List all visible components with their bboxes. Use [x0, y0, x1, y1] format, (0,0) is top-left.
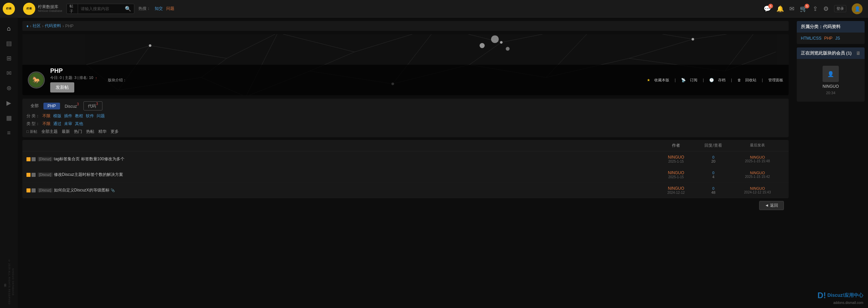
site-link[interactable]: 回收站 — [745, 78, 756, 83]
hot-link-zhijiao[interactable]: 知交 — [155, 6, 163, 12]
sidebar-item-badge[interactable]: ⊛ — [0, 81, 18, 96]
thread-title-2[interactable]: 修改Discuz主题时标签个数的解决方案 — [54, 172, 656, 178]
discuz-app-text: Discuz!应用中心 — [827, 292, 863, 299]
category-link-htmlcss[interactable]: HTML/CSS — [801, 36, 822, 41]
breadcrumb-sep1: › — [30, 24, 31, 28]
filter-type-passed[interactable]: 通过 — [53, 121, 61, 127]
thread-author-3: NINGUO 2024-12-12 — [656, 186, 696, 194]
mail-icon: ✉ — [789, 5, 794, 13]
author-link-3[interactable]: NINGUO — [656, 186, 696, 191]
share-icon: ⇪ — [813, 5, 818, 13]
logo[interactable]: 柠果 — [0, 0, 18, 18]
new-checkbox[interactable]: □ 新帖 — [26, 129, 37, 134]
author-link-1[interactable]: NINGUO — [656, 155, 696, 160]
thread-status-icons-3 — [26, 188, 36, 192]
filter-cat-unlimited[interactable]: 不限 — [42, 113, 51, 119]
nav-gear-button[interactable]: ⚙ — [823, 5, 829, 13]
thread-status-icons-2 — [26, 173, 36, 177]
last-author-3[interactable]: NINGUO — [730, 186, 785, 190]
breadcrumb-community[interactable]: 社区 — [33, 23, 41, 29]
thread-title-3[interactable]: 如何自定义DiscuzX的等级图标 📎 — [54, 187, 656, 193]
thread-pin-icon-3 — [26, 188, 31, 192]
nav-avatar[interactable]: 👤 — [852, 3, 863, 14]
right-sidebar: 所属分类：代码资料 HTML/CSS PHP JS 正在浏览此版块的会员 (1)… — [793, 18, 868, 308]
collect-link[interactable]: 收藏本版 — [654, 78, 669, 83]
tab-php[interactable]: PHP — [43, 103, 60, 109]
category-link-php[interactable]: PHP — [824, 36, 833, 41]
tab-row: 全部 PHP Discuz3 代码3 — [26, 101, 785, 110]
nav-share-button[interactable]: ⇪ — [813, 5, 818, 13]
sidebar-item-message[interactable]: ✉ — [0, 66, 18, 81]
table-row: [Discuz] tag标签集合页 标签数量100修改为多个 NINGUO 20… — [22, 151, 789, 167]
nav-icons: 💬 5 🔔 ✉ 🛒 5 ⇪ ⚙ 登录 👤 — [764, 3, 863, 14]
col-replies-header: 回复/查看 — [696, 143, 730, 148]
nav-notify-button[interactable]: 🔔 — [776, 5, 784, 13]
sidebar-item-settings[interactable]: ≡ — [0, 125, 18, 140]
monitor-icon[interactable]: 🖥 — [856, 50, 861, 56]
post-new-button[interactable]: 发新帖 — [50, 82, 74, 93]
subtab-hotpost[interactable]: 热帖 — [86, 129, 94, 135]
sidebar-item-forum[interactable]: ▤ — [0, 36, 18, 51]
col-author-header: 作者 — [656, 143, 696, 148]
filter-type-other[interactable]: 其他 — [75, 121, 83, 127]
last-author-2[interactable]: NINGUO — [730, 171, 785, 175]
main-area: 柠果 柠果数据库 NinGuo Database 帖子 🔍 热搜： 知交 问题 … — [18, 0, 868, 308]
subtab-featured[interactable]: 精华 — [98, 129, 107, 135]
discuz-logo: D! Discuz!应用中心 — [817, 291, 863, 300]
archive-link[interactable]: 存档 — [718, 78, 726, 83]
filter-cat-plugin[interactable]: 插件 — [64, 113, 72, 119]
subtab-hot[interactable]: 热门 — [74, 129, 82, 135]
author-date-3: 2024-12-12 — [656, 191, 696, 194]
search-button[interactable]: 🔍 — [125, 6, 131, 12]
search-bar: 帖子 🔍 — [66, 4, 134, 14]
online-members-body: 👤 NINGUO 20:34 — [797, 59, 865, 102]
filter-cat-software[interactable]: 软件 — [86, 113, 94, 119]
filter-type-unlimited[interactable]: 不限 — [42, 121, 51, 127]
nav-mail-button[interactable]: ✉ — [789, 5, 794, 13]
nav-chat-button[interactable]: 💬 5 — [764, 5, 771, 13]
category-filter-label: 分 类： — [26, 113, 40, 119]
filter-type-pending[interactable]: 未审 — [64, 121, 72, 127]
online-member-item: 👤 NINGUO 20:34 — [801, 62, 861, 98]
subtab-more[interactable]: 更多 — [111, 129, 119, 135]
forum-stats: 今日: 0 | 主题: 3 | 排名: 10 ↑ — [50, 75, 97, 80]
thread-type-icon-3 — [32, 188, 36, 192]
thread-replies-2: 0 4 — [696, 171, 730, 179]
sidebar-item-video[interactable]: ▶ — [0, 96, 18, 110]
breadcrumb-category[interactable]: 代码资料 — [45, 23, 61, 29]
filter-cat-template[interactable]: 模版 — [53, 113, 61, 119]
sidebar-item-home[interactable]: ⌂ — [0, 21, 18, 36]
nav-user-button[interactable]: 登录 — [834, 5, 846, 12]
subscribe-link[interactable]: 订阅 — [690, 78, 697, 83]
tab-code[interactable]: 代码3 — [83, 101, 102, 110]
last-author-1[interactable]: NINGUO — [730, 155, 785, 159]
thread-title-1[interactable]: tag标签集合页 标签数量100修改为多个 — [54, 156, 656, 162]
sidebar-item-group[interactable]: ⊞ — [0, 51, 18, 66]
filter-cat-tutorial[interactable]: 教程 — [75, 113, 83, 119]
tab-all[interactable]: 全部 — [26, 102, 43, 110]
tab-discuz[interactable]: Discuz3 — [61, 102, 83, 110]
search-input[interactable] — [81, 6, 125, 11]
category-card-title: 所属分类：代码资料 — [801, 24, 841, 30]
discuz-d-icon: D! — [817, 291, 826, 300]
filter-cat-question[interactable]: 问题 — [97, 113, 105, 119]
forum-actions: ★ 收藏本版 ｜ 📡 订阅 ｜ 🕐 存档 ｜ 🗑 回收站 ｜ 管理面板 — [647, 78, 783, 83]
subtab-latest[interactable]: 最新 — [62, 129, 70, 135]
breadcrumb-home[interactable]: ♦ — [26, 24, 28, 28]
sidebar-item-chart[interactable]: ▦ — [0, 110, 18, 125]
hot-link-wenti[interactable]: 问题 — [166, 6, 174, 12]
subtab-all[interactable]: 全部主题 — [41, 129, 58, 135]
nav-shop-button[interactable]: 🛒 5 — [800, 5, 807, 13]
back-button[interactable]: ◄ 返回 — [759, 201, 784, 210]
category-link-js[interactable]: JS — [835, 36, 840, 41]
sidebar-copyright: NINGUO DATABASE — [12, 268, 14, 296]
view-count-1: 20 — [696, 159, 730, 163]
reply-count-3: 0 — [696, 186, 730, 190]
author-link-2[interactable]: NINGUO — [656, 170, 696, 175]
main-content: ♦ › 社区 › 代码资料 › PHP — [18, 18, 793, 308]
recycle-icon: 🗑 — [737, 78, 741, 82]
subtab-row: □ 新帖 全部主题 最新 热门 热帖 精华 更多 — [26, 129, 785, 135]
thread-tag-2: [Discuz] — [38, 172, 53, 177]
admin-link[interactable]: 管理面板 — [768, 78, 783, 83]
hot-label: 热搜： — [138, 6, 151, 12]
